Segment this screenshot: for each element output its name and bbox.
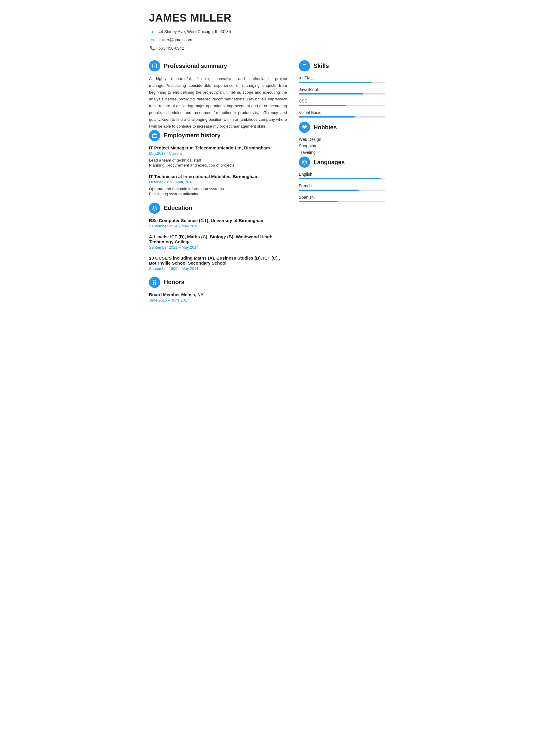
honor-0-date: June 2015 – June 2017 [149, 298, 287, 302]
phone-icon: 📞 [149, 45, 156, 51]
languages-section: Languages English French Spanish [299, 156, 385, 202]
skills-icon [299, 60, 310, 71]
skill-1-bar-fill [299, 93, 364, 94]
email-text: jmiller@gmail.com [159, 38, 192, 42]
skills-header: Skills [299, 60, 385, 71]
lang-1-name: French [299, 183, 385, 188]
summary-section: Professional summary A highly resourcefu… [149, 60, 287, 130]
edu-0: BSc Computer Science (2:1), University o… [149, 218, 287, 228]
education-section: Education BSc Computer Science (2:1), Un… [149, 202, 287, 271]
lang-0-bar-bg [299, 178, 385, 179]
skill-1-name: JavaScript [299, 87, 385, 92]
job-0-duty-0: Lead a team of technical staff [149, 158, 287, 162]
job-0-duties: Lead a team of technical staff Planning,… [149, 158, 287, 168]
summary-icon [149, 60, 160, 71]
honors-icon [149, 277, 160, 288]
lang-0-name: English [299, 172, 385, 176]
edu-1: A-Levels: ICT (B), Maths (C), Biology (B… [149, 234, 287, 250]
lang-0-bar-fill [299, 178, 381, 179]
job-0-title: IT Project Manager at Telecommunicado Lt… [149, 145, 287, 150]
job-1-title: IT Technician at International Mobilites… [149, 174, 287, 179]
contact-info: ▴ 44 Shirley Ave, West Chicago, IL 60185… [149, 28, 385, 51]
skill-0: XHTML [299, 76, 385, 83]
job-1: IT Technician at International Mobilites… [149, 174, 287, 196]
skill-1-bar-bg [299, 93, 385, 94]
header: JAMES MILLER ▴ 44 Shirley Ave, West Chic… [149, 12, 385, 51]
job-1-duties: Operate and maintain information systems… [149, 187, 287, 196]
hobby-2: Traveling [299, 150, 385, 155]
location-icon: ▴ [149, 28, 156, 35]
skill-2-name: CSS [299, 99, 385, 103]
edu-0-degree: BSc Computer Science (2:1), University o… [149, 218, 287, 223]
job-1-duty-1: Facilitating system utilization [149, 192, 287, 196]
languages-header: Languages [299, 156, 385, 168]
skill-2: CSS [299, 99, 385, 106]
lang-2: Spanish [299, 195, 385, 202]
job-0-date: May,2017 - Current [149, 151, 287, 156]
skill-3: Visual Basic [299, 110, 385, 118]
email-icon: ✉ [149, 37, 156, 43]
job-1-date: October,2015 - April, 2016 [149, 180, 287, 184]
edu-1-degree: A-Levels: ICT (B), Maths (C), Biology (B… [149, 234, 287, 244]
skill-2-bar-fill [299, 105, 346, 106]
skill-3-bar-bg [299, 116, 385, 118]
job-0-duty-1: Planning, procurement and execution of p… [149, 163, 287, 168]
right-column: Skills XHTML JavaScript CSS [299, 60, 385, 302]
skill-3-name: Visual Basic [299, 110, 385, 115]
honors-title: Honors [164, 279, 184, 285]
edu-0-date: September 2014 – May 2016 [149, 224, 287, 228]
phone-item: 📞 563-458-6942 [149, 45, 385, 51]
skills-section: Skills XHTML JavaScript CSS [299, 60, 385, 118]
lang-2-bar-fill [299, 201, 338, 202]
skill-0-bar-fill [299, 82, 372, 83]
full-name: JAMES MILLER [149, 12, 385, 24]
job-1-duty-0: Operate and maintain information systems [149, 187, 287, 191]
address-text: 44 Shirley Ave, West Chicago, IL 60185 [159, 29, 231, 34]
honors-header: Honors [149, 277, 287, 288]
edu-1-date: September 2011 – May 2014 [149, 245, 287, 250]
lang-1: French [299, 183, 385, 191]
education-header: Education [149, 202, 287, 214]
main-layout: Professional summary A highly resourcefu… [149, 60, 385, 302]
skill-1: JavaScript [299, 87, 385, 94]
lang-2-name: Spanish [299, 195, 385, 200]
summary-text: A highly resourceful, flexible, innovati… [149, 76, 287, 130]
honor-0-title: Board Member Mensa, NY [149, 292, 287, 297]
phone-text: 563-458-6942 [159, 46, 184, 50]
honors-section: Honors Board Member Mensa, NY June 2015 … [149, 277, 287, 302]
employment-header: Employment history [149, 130, 287, 141]
lang-1-bar-bg [299, 190, 385, 191]
employment-section: Employment history IT Project Manager at… [149, 130, 287, 196]
hobby-0: Web Design [299, 137, 385, 142]
address-item: ▴ 44 Shirley Ave, West Chicago, IL 60185 [149, 28, 385, 35]
skill-2-bar-bg [299, 105, 385, 106]
education-title: Education [164, 205, 192, 211]
skill-0-bar-bg [299, 82, 385, 83]
summary-header: Professional summary [149, 60, 287, 71]
summary-title: Professional summary [164, 63, 227, 69]
svg-rect-1 [153, 134, 157, 138]
email-item: ✉ jmiller@gmail.com [149, 37, 385, 43]
lang-0: English [299, 172, 385, 179]
hobbies-icon [299, 122, 310, 133]
hobbies-title: Hobbies [314, 124, 337, 131]
languages-title: Languages [314, 159, 345, 166]
employment-title: Employment history [164, 132, 220, 139]
languages-icon [299, 156, 310, 168]
lang-1-bar-fill [299, 190, 359, 191]
skill-3-bar-fill [299, 116, 355, 118]
hobby-1: Shopping [299, 144, 385, 148]
skill-0-name: XHTML [299, 76, 385, 80]
svg-point-2 [153, 280, 156, 283]
edu-2-degree: 10 GCSE'S including Maths (A), Business … [149, 256, 287, 265]
edu-2-date: September 1999 – May 2011 [149, 266, 287, 271]
skills-title: Skills [314, 63, 329, 69]
education-icon [149, 202, 160, 214]
hobbies-header: Hobbies [299, 122, 385, 133]
job-0: IT Project Manager at Telecommunicado Lt… [149, 145, 287, 168]
hobbies-section: Hobbies Web Design Shopping Traveling [299, 122, 385, 155]
employment-icon [149, 130, 160, 141]
lang-2-bar-bg [299, 201, 385, 202]
edu-2: 10 GCSE'S including Maths (A), Business … [149, 256, 287, 271]
left-column: Professional summary A highly resourcefu… [149, 60, 287, 302]
